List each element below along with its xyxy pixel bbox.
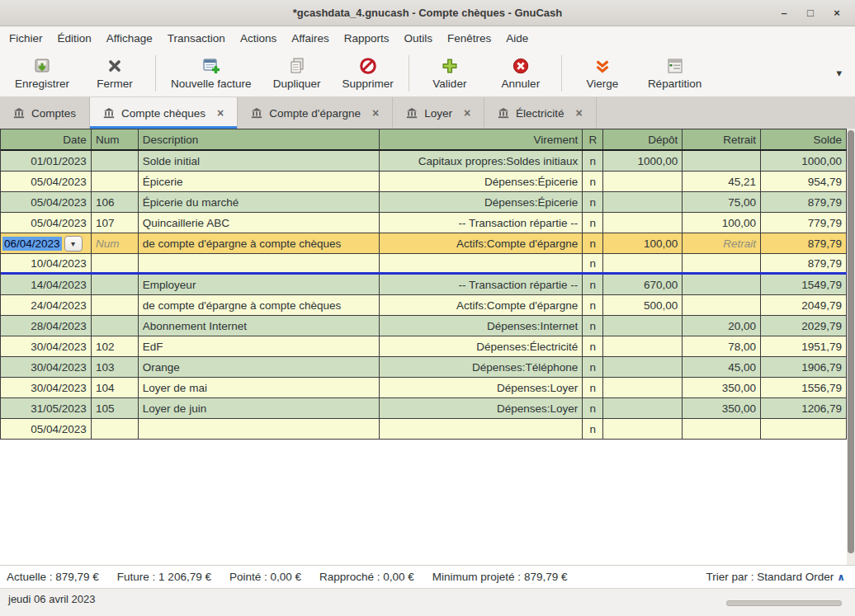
menu-rapports[interactable]: Rapports (337, 29, 397, 48)
tab-close-icon[interactable]: × (217, 106, 224, 120)
cell-description[interactable]: Épicerie (139, 172, 380, 191)
cell-num[interactable] (92, 151, 139, 171)
cell-description[interactable] (139, 254, 380, 272)
enregistrer-button[interactable]: Enregistrer (5, 54, 79, 93)
cell-reconciled[interactable]: n (583, 192, 603, 212)
cell-date[interactable]: 30/04/2023 (1, 336, 92, 356)
annuler-button[interactable]: Annuler (485, 54, 556, 93)
transaction-row[interactable]: 14/04/2023Employeur-- Transaction répart… (1, 275, 847, 295)
tab-electricite[interactable]: Électricité× (484, 97, 597, 129)
tab-close-icon[interactable]: × (576, 106, 583, 120)
nouvelle-facture-button[interactable]: Nouvelle facture (161, 54, 262, 93)
transaction-row[interactable]: 05/04/2023107Quincaillerie ABC-- Transac… (1, 213, 847, 233)
cell-retrait[interactable]: 100,00 (683, 213, 761, 233)
cell-virement[interactable]: Capitaux propres:Soldes initiaux (380, 151, 583, 171)
transaction-row-editing[interactable]: 06/04/2023▾Numde compte d'épargne à comp… (1, 233, 847, 254)
transaction-row[interactable]: 28/04/2023Abonnement InternetDépenses:In… (1, 316, 847, 336)
cell-num[interactable]: 106 (92, 192, 139, 212)
cell-depot[interactable]: 500,00 (603, 295, 683, 315)
cell-virement[interactable]: Dépenses:Loyer (380, 398, 583, 418)
cell-virement[interactable]: Actifs:Compte d'épargne (380, 295, 583, 315)
cell-reconciled[interactable]: n (583, 419, 603, 439)
cell-num[interactable]: 103 (92, 357, 139, 377)
date-input-selected-text[interactable]: 06/04/2023 (2, 237, 62, 251)
tab-close-icon[interactable]: × (372, 106, 379, 120)
minimize-button[interactable]: – (772, 3, 796, 23)
transaction-row[interactable]: 01/01/2023Solde initialCapitaux propres:… (1, 151, 847, 172)
tab-close-icon[interactable]: × (464, 106, 470, 120)
cell-depot[interactable] (603, 316, 683, 336)
cell-description[interactable]: de compte d'épargne à compte chèques (139, 295, 380, 315)
transaction-row[interactable]: 31/05/2023105Loyer de juinDépenses:Loyer… (1, 398, 847, 419)
cell-num[interactable] (92, 172, 139, 191)
cell-retrait[interactable]: 350,00 (683, 378, 761, 397)
cell-virement[interactable]: Dépenses:Internet (380, 316, 583, 336)
tab-comptes[interactable]: Comptes (0, 97, 90, 129)
vierge-button[interactable]: Vierge (567, 54, 638, 93)
cell-description[interactable]: Employeur (139, 275, 380, 294)
cell-reconciled[interactable]: n (583, 357, 603, 377)
cell-depot[interactable] (603, 192, 683, 212)
cell-depot[interactable] (603, 172, 683, 191)
transaction-row[interactable]: 05/04/2023n (1, 419, 847, 440)
cell-description[interactable]: Quincaillerie ABC (139, 213, 380, 233)
cell-reconciled[interactable]: n (583, 233, 603, 253)
close-button[interactable]: × (825, 3, 848, 23)
cell-description[interactable] (139, 419, 380, 439)
cell-virement[interactable]: -- Transaction répartie -- (380, 213, 583, 233)
cell-reconciled[interactable]: n (583, 398, 603, 418)
cell-description[interactable]: Abonnement Internet (139, 316, 380, 336)
cell-description[interactable]: Épicerie du marché (139, 192, 380, 212)
transaction-row[interactable]: 30/04/2023103OrangeDépenses:Téléphonen45… (1, 357, 847, 378)
cell-date[interactable]: 31/05/2023 (1, 398, 92, 418)
cell-date[interactable]: 28/04/2023 (1, 316, 92, 336)
cell-depot[interactable]: 670,00 (603, 275, 683, 294)
transaction-row[interactable]: 05/04/2023ÉpicerieDépenses:Épicerien45,2… (1, 172, 847, 192)
cell-num[interactable]: 102 (92, 336, 139, 356)
cell-retrait[interactable]: 45,21 (683, 172, 761, 191)
cell-depot[interactable] (603, 419, 683, 439)
toolbar-overflow-button[interactable]: ▾ (828, 67, 850, 79)
cell-num[interactable]: 107 (92, 213, 139, 233)
transaction-row[interactable]: 30/04/2023104Loyer de maiDépenses:Loyern… (1, 378, 847, 398)
cell-retrait[interactable]: 20,00 (683, 316, 761, 336)
cell-virement[interactable] (380, 254, 583, 272)
dupliquer-button[interactable]: Dupliquer (262, 54, 333, 93)
tab-compte-d-epargne[interactable]: Compte d'épargne× (238, 97, 393, 129)
date-dropdown-button[interactable]: ▾ (64, 236, 83, 252)
cell-date[interactable]: 14/04/2023 (1, 275, 92, 294)
cell-depot[interactable] (603, 378, 683, 397)
cell-depot[interactable] (603, 336, 683, 356)
menu-aide[interactable]: Aide (498, 29, 536, 48)
menu-actions[interactable]: Actions (233, 29, 284, 48)
menu-affichage[interactable]: Affichage (99, 29, 160, 48)
cell-virement[interactable]: Dépenses:Loyer (380, 378, 583, 397)
cell-date[interactable]: 01/01/2023 (1, 151, 92, 171)
cell-num[interactable] (92, 254, 139, 272)
cell-date[interactable]: 05/04/2023 (1, 213, 92, 233)
cell-depot[interactable] (603, 398, 683, 418)
cell-num[interactable] (92, 295, 139, 315)
cell-depot[interactable] (603, 357, 683, 377)
sort-control[interactable]: Trier par : Standard Order ∧ (706, 571, 848, 583)
cell-num[interactable]: 104 (92, 378, 139, 397)
cell-description[interactable]: EdF (139, 336, 380, 356)
cell-reconciled[interactable]: n (583, 275, 603, 294)
vertical-scrollbar[interactable] (847, 129, 855, 565)
cell-reconciled[interactable]: n (583, 295, 603, 315)
fermer-button[interactable]: Fermer (79, 54, 150, 93)
menu-transaction[interactable]: Transaction (160, 29, 233, 48)
cell-reconciled[interactable]: n (583, 336, 603, 356)
cell-reconciled[interactable]: n (583, 316, 603, 336)
cell-description[interactable]: de compte d'épargne à compte chèques (139, 233, 380, 253)
cell-num[interactable]: 105 (92, 398, 139, 418)
menu-affaires[interactable]: Affaires (284, 29, 337, 48)
repartition-button[interactable]: Répartition (638, 54, 711, 93)
cell-retrait[interactable]: 75,00 (683, 192, 761, 212)
cell-date[interactable]: 30/04/2023 (1, 357, 92, 377)
transaction-row[interactable]: 05/04/2023106Épicerie du marchéDépenses:… (1, 192, 847, 213)
tab-loyer[interactable]: Loyer× (393, 97, 484, 129)
cell-virement[interactable]: -- Transaction répartie -- (380, 275, 583, 294)
cell-retrait[interactable]: 78,00 (683, 336, 761, 356)
menu-edition[interactable]: Édition (50, 29, 99, 48)
